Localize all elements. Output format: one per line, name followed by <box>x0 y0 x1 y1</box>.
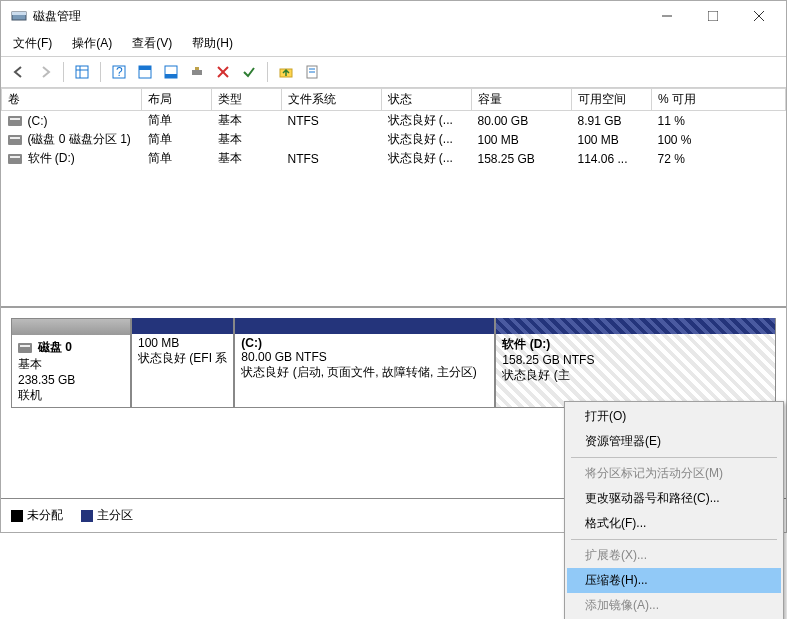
table-row[interactable]: (C:) 简单基本NTFS状态良好 (...80.00 GB8.91 GB11 … <box>2 111 786 131</box>
folder-up-icon[interactable] <box>274 61 298 83</box>
menu-action[interactable]: 操作(A) <box>68 33 116 54</box>
legend-unallocated: 未分配 <box>27 507 63 524</box>
disk-icon <box>18 343 32 353</box>
svg-rect-14 <box>165 74 177 78</box>
menu-open[interactable]: 打开(O) <box>567 404 781 429</box>
col-fs[interactable]: 文件系统 <box>282 89 382 111</box>
svg-rect-6 <box>76 66 88 78</box>
context-menu: 打开(O) 资源管理器(E) 将分区标记为活动分区(M) 更改驱动器号和路径(C… <box>564 401 784 619</box>
back-button[interactable] <box>7 61 31 83</box>
volume-icon <box>8 154 22 164</box>
disk-size: 238.35 GB <box>18 373 124 387</box>
col-status[interactable]: 状态 <box>382 89 472 111</box>
view-list-icon[interactable] <box>70 61 94 83</box>
app-icon <box>11 8 27 24</box>
view-bottom-icon[interactable] <box>159 61 183 83</box>
svg-rect-16 <box>195 67 199 70</box>
toolbar: ? <box>1 57 786 88</box>
svg-rect-15 <box>192 70 202 75</box>
svg-rect-12 <box>139 66 151 70</box>
table-row[interactable]: 软件 (D:) 简单基本NTFS状态良好 (...158.25 GB114.06… <box>2 149 786 168</box>
col-type[interactable]: 类型 <box>212 89 282 111</box>
menu-add-mirror: 添加镜像(A)... <box>567 593 781 618</box>
properties-icon[interactable] <box>300 61 324 83</box>
menu-change-drive-letter[interactable]: 更改驱动器号和路径(C)... <box>567 486 781 511</box>
menu-shrink-volume[interactable]: 压缩卷(H)... <box>567 568 781 593</box>
volume-list[interactable]: 卷 布局 类型 文件系统 状态 容量 可用空间 % 可用 (C:) 简单基本NT… <box>1 88 786 308</box>
disk-type: 基本 <box>18 356 124 373</box>
menu-explorer[interactable]: 资源管理器(E) <box>567 429 781 454</box>
titlebar: 磁盘管理 <box>1 1 786 31</box>
legend-swatch-primary <box>81 510 93 522</box>
disk-info[interactable]: 磁盘 0 基本 238.35 GB 联机 <box>11 318 131 408</box>
menubar: 文件(F) 操作(A) 查看(V) 帮助(H) <box>1 31 786 57</box>
menu-mark-active: 将分区标记为活动分区(M) <box>567 461 781 486</box>
col-free[interactable]: 可用空间 <box>572 89 652 111</box>
view-top-icon[interactable] <box>133 61 157 83</box>
menu-format[interactable]: 格式化(F)... <box>567 511 781 536</box>
svg-text:?: ? <box>116 65 123 79</box>
svg-rect-1 <box>12 12 26 15</box>
partition-c[interactable]: (C:) 80.00 GB NTFS 状态良好 (启动, 页面文件, 故障转储,… <box>234 318 495 408</box>
partition-d[interactable]: 软件 (D:) 158.25 GB NTFS 状态良好 (主 <box>495 318 776 408</box>
help-icon[interactable]: ? <box>107 61 131 83</box>
check-icon[interactable] <box>237 61 261 83</box>
disk-label: 磁盘 0 <box>38 340 72 354</box>
partition-efi[interactable]: 100 MB 状态良好 (EFI 系 <box>131 318 234 408</box>
col-volume[interactable]: 卷 <box>2 89 142 111</box>
disk-status: 联机 <box>18 387 124 404</box>
menu-help[interactable]: 帮助(H) <box>188 33 237 54</box>
window-title: 磁盘管理 <box>33 8 81 25</box>
col-pct[interactable]: % 可用 <box>652 89 786 111</box>
svg-rect-3 <box>708 11 718 21</box>
volume-icon <box>8 116 22 126</box>
legend-swatch-unallocated <box>11 510 23 522</box>
volume-icon <box>8 135 22 145</box>
menu-file[interactable]: 文件(F) <box>9 33 56 54</box>
settings-icon[interactable] <box>185 61 209 83</box>
legend-primary: 主分区 <box>97 507 133 524</box>
menu-extend-volume: 扩展卷(X)... <box>567 543 781 568</box>
col-capacity[interactable]: 容量 <box>472 89 572 111</box>
minimize-button[interactable] <box>644 1 690 31</box>
close-button[interactable] <box>736 1 782 31</box>
delete-icon[interactable] <box>211 61 235 83</box>
table-row[interactable]: (磁盘 0 磁盘分区 1) 简单基本状态良好 (...100 MB100 MB1… <box>2 130 786 149</box>
menu-view[interactable]: 查看(V) <box>128 33 176 54</box>
col-layout[interactable]: 布局 <box>142 89 212 111</box>
maximize-button[interactable] <box>690 1 736 31</box>
forward-button[interactable] <box>33 61 57 83</box>
